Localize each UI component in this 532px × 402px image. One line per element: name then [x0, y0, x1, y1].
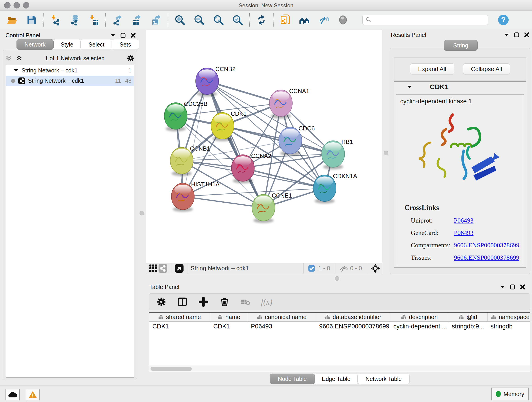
column-header-canonical-name[interactable]: canonical name	[248, 313, 316, 322]
tab-style[interactable]: Style	[53, 39, 82, 50]
save-session-icon[interactable]	[26, 14, 37, 26]
collapse-gene-arrow-icon[interactable]	[407, 85, 412, 89]
tab-network-table[interactable]: Network Table	[357, 374, 410, 384]
column-header-name[interactable]: name	[210, 313, 248, 322]
scrollbar-thumb[interactable]	[151, 367, 192, 371]
expand-all-button[interactable]: Expand All	[410, 64, 454, 75]
node-RB1[interactable]	[322, 141, 345, 169]
column-header-description[interactable]: description	[390, 313, 449, 322]
panel-menu-arrow-icon[interactable]	[504, 33, 509, 36]
gear-icon[interactable]	[156, 296, 167, 307]
crosslink-link[interactable]: P06493	[454, 229, 474, 236]
share-view-icon[interactable]	[158, 264, 168, 273]
table-cell[interactable]: cyclin-dependent ...	[390, 322, 449, 332]
node-CCNA1[interactable]	[269, 90, 292, 119]
edge-CCNB2-HIST1H1A[interactable]	[183, 81, 207, 196]
horizontal-scrollbar[interactable]	[149, 366, 530, 372]
column-header-database-identifier[interactable]: database identifier	[316, 313, 390, 322]
annotation-arrow-icon[interactable]	[174, 264, 184, 273]
table-cell[interactable]: P06493	[248, 322, 316, 332]
hide-panel-icon[interactable]	[318, 14, 329, 26]
zoom-selected-icon[interactable]	[232, 14, 243, 26]
tab-edge-table[interactable]: Edge Table	[314, 374, 359, 384]
crosslink-link[interactable]: P06493	[454, 217, 474, 224]
clone-network-icon[interactable]	[279, 14, 291, 26]
table-row[interactable]: CDK1CDK1P064939606.ENSP00000378699cyclin…	[149, 322, 530, 332]
delete-table-icon[interactable]	[240, 296, 251, 307]
column-header-namespace[interactable]: namespace	[487, 313, 530, 322]
node-label-CCNB1: CCNB1	[190, 145, 210, 152]
columns-icon[interactable]	[177, 296, 188, 307]
export-network-icon[interactable]	[112, 14, 123, 26]
expand-all-icon[interactable]	[16, 55, 23, 62]
zoom-in-icon[interactable]	[174, 14, 186, 26]
help-icon[interactable]: ?	[498, 15, 509, 25]
node-CCNE1[interactable]	[252, 194, 275, 223]
table-cell[interactable]: 9606.ENSP00000378699	[316, 322, 390, 332]
float-panel-icon[interactable]	[120, 33, 126, 38]
selected-checkbox-icon[interactable]	[307, 264, 317, 273]
import-table-icon[interactable]	[88, 14, 99, 26]
memory-button[interactable]: Memory	[491, 388, 529, 400]
tab-sets[interactable]: Sets	[112, 39, 139, 50]
zoom-out-icon[interactable]	[193, 14, 205, 26]
home-icon[interactable]	[299, 14, 310, 26]
refresh-icon[interactable]	[256, 14, 267, 26]
open-session-icon[interactable]	[6, 14, 18, 26]
close-panel-icon[interactable]	[524, 32, 529, 37]
add-column-icon[interactable]	[198, 296, 209, 307]
grid-view-icon[interactable]	[148, 264, 158, 273]
panel-menu-arrow-icon[interactable]	[500, 285, 505, 288]
function-builder-icon[interactable]: f(x)	[261, 297, 272, 307]
tab-network[interactable]: Network	[17, 39, 54, 50]
left-splitter-handle[interactable]	[139, 211, 144, 216]
node-CCNB2[interactable]	[196, 68, 219, 96]
import-network-database-icon[interactable]	[69, 14, 80, 26]
zoom-fit-icon[interactable]	[213, 14, 224, 26]
network-tree-row[interactable]: String Network – cdk11	[6, 65, 134, 76]
export-image-icon[interactable]	[150, 14, 162, 26]
node-table[interactable]: shared namenamecanonical namedatabase id…	[149, 312, 530, 372]
tab-string[interactable]: String	[444, 40, 477, 51]
cloud-icon[interactable]	[6, 389, 20, 400]
node-CDC25B[interactable]	[164, 103, 187, 131]
warning-icon[interactable]	[26, 389, 40, 400]
network-canvas[interactable]: CCNB2CCNA1CDC25BCDK1CDC6RB1CCNB1CCNA2CDK…	[146, 30, 382, 263]
collapse-all-button[interactable]: Collapse All	[463, 64, 510, 75]
panel-menu-arrow-icon[interactable]	[110, 34, 115, 37]
node-HIST1H1A[interactable]	[171, 183, 194, 212]
right-splitter-handle[interactable]	[384, 151, 388, 155]
edge-HIST1H1A-CCNE1[interactable]	[183, 196, 264, 208]
float-panel-icon[interactable]	[510, 284, 515, 289]
crosslink-link[interactable]: 9606.ENSP00000378699	[454, 254, 519, 261]
node-label-RB1: RB1	[341, 138, 353, 145]
hidden-eye-slash-icon[interactable]	[339, 264, 348, 273]
lens-icon[interactable]	[337, 14, 349, 26]
close-panel-icon[interactable]	[131, 33, 136, 38]
node-CDKN1A[interactable]	[313, 175, 336, 204]
node-CCNB1[interactable]	[170, 147, 193, 176]
birdseye-crosshair-icon[interactable]	[370, 264, 380, 273]
network-tree-row[interactable]: String Network – cdk11148	[6, 76, 134, 86]
column-header-@id[interactable]: @id	[449, 313, 487, 322]
delete-column-icon[interactable]	[219, 296, 230, 307]
close-panel-icon[interactable]	[520, 284, 525, 289]
gear-icon[interactable]	[127, 54, 134, 62]
crosslink-link[interactable]: 9606.ENSP00000378699	[454, 242, 519, 249]
search-input[interactable]	[362, 15, 488, 25]
float-panel-icon[interactable]	[514, 32, 519, 37]
tree-expander-icon[interactable]	[14, 69, 18, 72]
tab-node-table[interactable]: Node Table	[270, 374, 315, 384]
table-cell[interactable]: CDK1	[149, 322, 210, 332]
edge-CCNB2-CCNE1[interactable]	[207, 81, 264, 208]
import-network-file-icon[interactable]	[50, 14, 61, 26]
network-view-panel[interactable]: CCNB2CCNA1CDC25BCDK1CDC6RB1CCNB1CCNA2CDK…	[146, 30, 382, 274]
table-cell[interactable]: stringdb	[487, 322, 530, 332]
tab-select[interactable]: Select	[80, 39, 112, 50]
collapse-all-icon[interactable]	[5, 55, 12, 62]
bottom-splitter-handle[interactable]	[335, 276, 339, 281]
table-cell[interactable]: stringdb:9...	[449, 322, 487, 332]
export-table-icon[interactable]	[131, 14, 143, 26]
table-cell[interactable]: CDK1	[210, 322, 248, 332]
column-header-shared-name[interactable]: shared name	[149, 313, 210, 322]
